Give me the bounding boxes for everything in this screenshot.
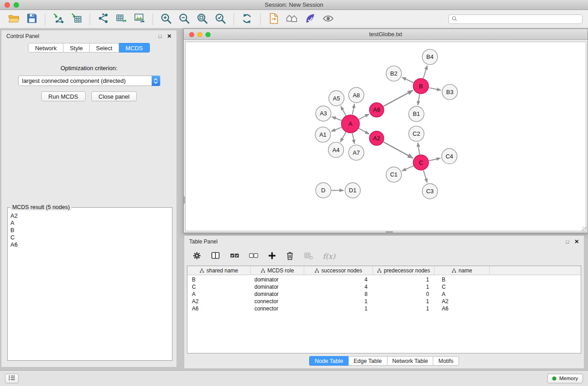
zoom-out-button[interactable] [176,11,192,27]
export-image-button[interactable] [131,11,148,27]
graph-node-A6[interactable]: A6 [369,103,384,117]
network-window-titlebar[interactable]: testGlobe.txt [184,29,588,40]
show-columns-button[interactable] [211,251,220,261]
table-cell[interactable]: 0 [373,291,435,297]
graph-edge-A-A5[interactable] [341,106,346,116]
graph-node-A8[interactable]: A8 [349,87,364,103]
tab-motifs[interactable]: Motifs [433,356,459,366]
float-table-panel-icon[interactable]: □ [566,239,569,244]
mcds-result-item[interactable]: A2 [10,212,169,219]
table-cell[interactable]: 1 [373,284,435,290]
graph-edge-C-C1[interactable] [402,166,413,171]
vertical-scrollbar-thumb[interactable] [184,196,185,204]
table-cell[interactable]: 1 [304,298,373,305]
table-settings-button[interactable] [192,251,201,262]
graph-edge-B-B1[interactable] [418,94,420,105]
select-all-button[interactable] [230,252,239,261]
network-canvas[interactable]: B4B2BB3A5A8A6B1A3AC2A1A2A4A7C4CC1C3DD1 [185,42,586,231]
graph-node-A4[interactable]: A4 [328,142,344,157]
graph-edge-C-C3[interactable] [423,170,427,183]
graph-node-A2[interactable]: A2 [369,131,384,146]
table-cell[interactable]: A6 [187,305,251,312]
table-cell[interactable]: A [187,291,251,297]
graph-node-C3[interactable]: C3 [422,184,438,199]
graph-edge-A-A8[interactable] [352,104,354,115]
graph-edge-C-C2[interactable] [418,143,420,154]
graph-node-A7[interactable]: A7 [349,145,364,160]
graph-node-B1[interactable]: B1 [409,106,424,122]
table-cell[interactable]: C [187,284,251,290]
zoom-in-button[interactable] [158,11,174,27]
deselect-all-button[interactable] [249,252,258,261]
zoom-selected-button[interactable] [212,11,229,27]
table-row[interactable]: A2connector11A2 [187,298,581,305]
horizontal-scrollbar-thumb[interactable] [386,231,393,233]
graph-edge-A-A7[interactable] [352,133,354,144]
export-table-button[interactable] [113,11,129,27]
graph-edge-A6-B[interactable] [383,91,413,106]
graph-node-C[interactable]: C [413,155,429,170]
close-panel-button[interactable]: Close panel [91,91,137,101]
home-button[interactable] [284,11,300,27]
table-cell[interactable]: 4 [304,276,373,283]
graph-edge-A2-C[interactable] [383,142,413,158]
table-cell[interactable]: 4 [304,284,373,290]
table-cell[interactable]: 8 [304,291,373,297]
import-network-button[interactable] [50,11,67,27]
tab-node-table[interactable]: Node Table [309,356,349,366]
function-builder-button[interactable]: f(x) [323,252,335,261]
window-resize-grip[interactable] [582,227,587,232]
table-cell[interactable]: A6 [435,305,490,312]
graph-node-B3[interactable]: B3 [442,84,458,100]
table-cell[interactable]: connector [251,305,304,312]
table-cell[interactable]: A2 [187,298,251,305]
tab-mcds[interactable]: MCDS [119,43,149,52]
search-input[interactable] [459,16,579,22]
table-cell[interactable]: 1 [304,305,373,312]
open-session-button[interactable] [5,11,22,27]
graph-edge-A-A6[interactable] [359,114,369,119]
graph-node-A[interactable]: A [341,115,359,133]
column-header-successor-nodes[interactable]: successor nodes [304,266,373,275]
tab-network-table[interactable]: Network Table [387,356,434,366]
graph-edge-B-B3[interactable] [429,88,441,90]
zoom-fit-button[interactable] [194,11,210,27]
table-cell[interactable]: dominator [251,291,304,297]
graph-node-B2[interactable]: B2 [386,66,402,81]
graph-node-D[interactable]: D [316,183,331,198]
graph-node-C2[interactable]: C2 [409,126,424,142]
document-arrow-button[interactable] [266,11,282,27]
close-table-panel-icon[interactable]: ✕ [574,239,579,244]
column-header-name[interactable]: name [435,266,490,275]
minimize-network-window-button[interactable] [197,32,202,37]
tab-style[interactable]: Style [63,43,90,52]
graph-edge-A-A1[interactable] [331,127,342,131]
graph-node-A5[interactable]: A5 [329,91,344,106]
graph-edge-B-B4[interactable] [423,66,427,78]
graph-node-B4[interactable]: B4 [422,49,438,65]
tab-select[interactable]: Select [90,43,119,52]
table-cell[interactable]: dominator [251,284,304,290]
memory-button[interactable]: Memory [547,374,583,383]
graph-node-C4[interactable]: C4 [442,148,457,164]
import-table-disabled-button[interactable] [304,252,313,261]
tab-edge-table[interactable]: Edge Table [349,356,387,366]
close-panel-icon[interactable]: ✕ [167,33,172,39]
optimization-criterion-select[interactable]: largest connected component (directed) [18,76,160,86]
table-cell[interactable]: connector [251,298,304,305]
run-mcds-button[interactable]: Run MCDS [41,91,86,101]
graph-node-A1[interactable]: A1 [315,127,330,143]
table-cell[interactable]: B [187,276,251,283]
graph-node-B[interactable]: B [413,78,429,94]
table-cell[interactable]: dominator [251,276,304,283]
table-cell[interactable]: 1 [373,276,435,283]
import-table-button[interactable] [68,11,85,27]
float-panel-icon[interactable]: □ [158,34,162,39]
mcds-result-item[interactable]: B [10,227,169,234]
save-session-button[interactable] [24,11,40,27]
graph-node-A3[interactable]: A3 [316,106,331,121]
table-row[interactable]: Bdominator41B [187,276,581,283]
refresh-layout-button[interactable] [239,11,255,27]
table-cell[interactable]: A2 [435,298,490,305]
table-cell[interactable]: A [435,291,490,297]
